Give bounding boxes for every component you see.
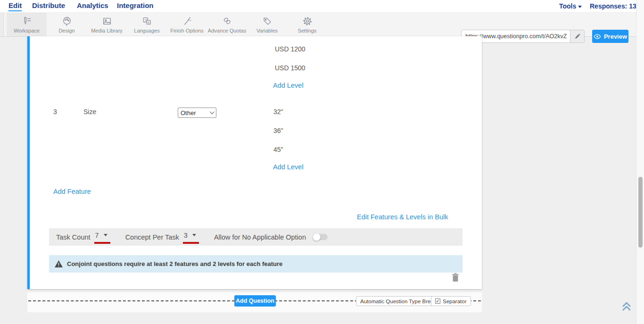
task-count-dropdown[interactable]: 7 xyxy=(94,231,110,244)
svg-text:文: 文 xyxy=(144,18,147,22)
svg-text:A: A xyxy=(148,20,150,24)
warning-text: Conjoint questions require at least 2 fe… xyxy=(67,260,282,267)
level-value[interactable]: 36" xyxy=(273,127,283,134)
toolbar-item-workspace[interactable]: Workspace xyxy=(7,13,47,36)
feature-name[interactable]: Size xyxy=(83,108,96,116)
bulk-edit-link[interactable]: Edit Features & Levels in Bulk xyxy=(357,213,448,221)
toolbar-item-settings[interactable]: Settings xyxy=(287,13,327,36)
scroll-to-top-button[interactable] xyxy=(619,299,634,313)
add-feature-link[interactable]: Add Feature xyxy=(53,188,91,195)
conjoint-warning-banner: Conjoint questions require at least 2 fe… xyxy=(49,255,462,273)
nav-tab-analytics[interactable]: Analytics xyxy=(77,1,108,9)
toolbar-item-languages[interactable]: 文A Languages xyxy=(127,13,167,36)
toolbar-edge-sliver xyxy=(0,13,4,36)
survey-editor-page: Edit Distribute Analytics Integration To… xyxy=(0,0,644,324)
top-nav: Edit Distribute Analytics Integration To… xyxy=(0,0,644,12)
advance-quotas-icon xyxy=(222,16,232,26)
page-scrollbar-thumb[interactable] xyxy=(638,177,643,248)
tools-menu[interactable]: Tools xyxy=(559,2,582,10)
delete-question-icon[interactable] xyxy=(451,273,460,282)
add-level-link[interactable]: Add Level xyxy=(273,82,304,89)
toggle-knob xyxy=(313,233,321,241)
task-count-label: Task Count xyxy=(56,233,91,241)
conjoint-settings-bar: Task Count 7 Concept Per Task 3 Allow fo… xyxy=(49,228,462,246)
feature-row-index: 3 xyxy=(53,108,57,116)
chevron-down-icon xyxy=(104,234,107,236)
toolbar-item-label: Variables xyxy=(256,28,278,33)
toolbar-item-label: Media Library xyxy=(91,28,123,33)
toolbar-item-label: Finish Options xyxy=(170,28,203,33)
toolbar-item-label: Settings xyxy=(298,28,317,33)
toolbar-item-finish-options[interactable]: Finish Options xyxy=(167,13,207,36)
variables-icon xyxy=(262,16,272,26)
toolbar-item-label: Languages xyxy=(134,28,159,33)
toolbar-item-media-library[interactable]: Media Library xyxy=(87,13,127,36)
feature-type-select[interactable]: Other xyxy=(178,108,216,118)
finish-options-icon xyxy=(182,16,192,26)
nav-tab-edit[interactable]: Edit xyxy=(8,1,22,11)
design-icon xyxy=(62,16,72,26)
warning-icon xyxy=(55,260,63,267)
chevron-down-icon xyxy=(192,234,196,236)
separator-label: Separator xyxy=(443,299,467,304)
concept-per-task-value: 3 xyxy=(184,232,188,239)
no-applicable-option-label: Allow for No Applicable Option xyxy=(214,233,306,241)
feature-type-select-wrap: Other xyxy=(178,108,216,118)
toolbar-item-label: Advance Quotas xyxy=(208,28,246,33)
separator-option[interactable]: ✓ Separator xyxy=(431,296,471,306)
nav-tab-distribute[interactable]: Distribute xyxy=(32,1,65,9)
concept-per-task-label: Concept Per Task xyxy=(125,233,179,241)
auto-break-label: Automatic Question Type Break xyxy=(360,299,437,304)
toolbar-item-design[interactable]: Design xyxy=(47,13,87,36)
workspace-icon xyxy=(22,16,32,26)
preview-button[interactable]: Preview xyxy=(592,30,628,43)
task-count-value: 7 xyxy=(95,232,99,239)
edit-url-button[interactable] xyxy=(570,30,584,42)
toolbar-item-label: Workspace xyxy=(14,28,40,33)
selected-question-indicator xyxy=(27,36,30,289)
separator-checkbox[interactable]: ✓ xyxy=(435,299,440,304)
toolbar-item-advance-quotas[interactable]: Advance Quotas xyxy=(207,13,247,36)
nav-tab-integration[interactable]: Integration xyxy=(117,1,154,9)
eye-icon xyxy=(594,34,601,39)
add-question-strip: Add Question Automatic Question Type Bre… xyxy=(27,290,482,312)
responses-count[interactable]: Responses: 135 xyxy=(590,2,640,10)
auto-question-type-break-button[interactable]: Automatic Question Type Break xyxy=(356,296,441,306)
add-question-button[interactable]: Add Question xyxy=(234,295,276,307)
concept-per-task-dropdown[interactable]: 3 xyxy=(183,231,199,244)
no-applicable-option-toggle[interactable] xyxy=(314,234,328,240)
settings-icon xyxy=(302,16,313,26)
page-scrollbar-track[interactable] xyxy=(636,0,644,324)
pencil-icon xyxy=(574,33,581,40)
level-value[interactable]: USD 1500 xyxy=(275,64,305,72)
level-value[interactable]: 45" xyxy=(273,146,283,153)
languages-icon: 文A xyxy=(142,16,152,26)
add-level-link[interactable]: Add Level xyxy=(273,163,304,171)
level-value[interactable]: 32" xyxy=(273,108,283,116)
chevron-down-icon xyxy=(578,6,582,8)
media-library-icon xyxy=(102,16,112,26)
editor-toolbar: Workspace Design Media Library 文A Langua… xyxy=(0,12,644,37)
preview-label: Preview xyxy=(604,33,627,40)
toolbar-item-variables[interactable]: Variables xyxy=(247,13,287,36)
conjoint-question-panel: USD 1200 USD 1500 Add Level 3 Size Other… xyxy=(27,36,482,289)
toolbar-item-label: Design xyxy=(58,28,74,33)
level-value[interactable]: USD 1200 xyxy=(275,45,305,53)
tools-label: Tools xyxy=(559,2,576,10)
